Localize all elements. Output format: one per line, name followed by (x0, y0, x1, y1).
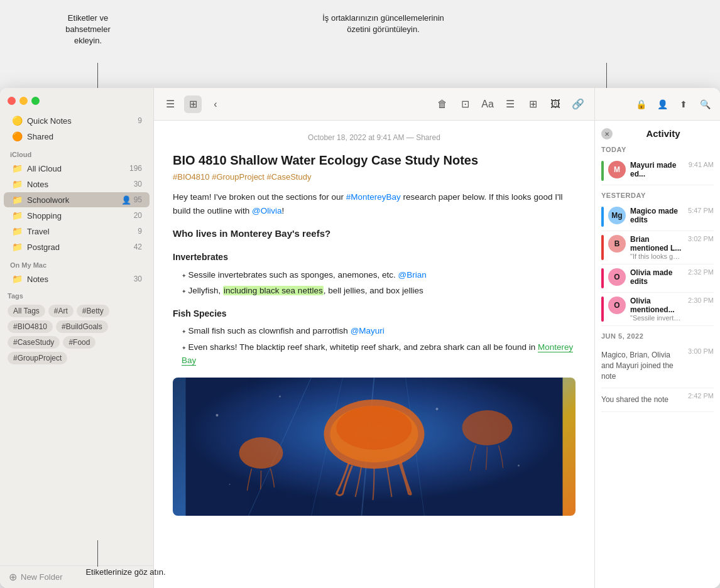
svg-point-13 (518, 464, 520, 466)
compose-button[interactable]: ⊡ (456, 95, 474, 113)
section-title-reefs: Who lives in Monterey Bay's reefs? (173, 226, 575, 241)
sidebar-item-all-icloud[interactable]: 📁 All iCloud 196 (4, 161, 150, 176)
folder-icon: 📁 (11, 178, 23, 190)
tag-buildgoals[interactable]: #BuildGoals (56, 320, 108, 333)
activity-content: ✕ Activity TODAY M Mayuri made ed... 9:4… (595, 121, 720, 588)
sidebar-item-shared[interactable]: 🟠 Shared (4, 129, 150, 144)
hashtag-montereybay[interactable]: #MontereyBay (346, 192, 401, 202)
profile-button[interactable]: 👤 (653, 95, 671, 113)
tag-art[interactable]: #Art (48, 305, 74, 317)
checklist-button[interactable]: ☰ (501, 95, 519, 113)
activity-time: 2:30 PM (688, 297, 714, 304)
activity-time: 3:00 PM (688, 347, 714, 355)
main-area: ☰ ⊞ ‹ 🗑 ⊡ Aa ☰ ⊞ 🖼 🔗 October 18, 2022 at… (154, 88, 594, 588)
sidebar-content: 🟡 Quick Notes 9 🟠 Shared iCloud 📁 All iC… (0, 110, 153, 565)
maximize-button[interactable] (31, 97, 40, 105)
delete-button[interactable]: 🗑 (434, 95, 451, 113)
hashtag-casestudy[interactable]: #CaseStudy (267, 172, 312, 182)
note-title[interactable]: BIO 4810 Shallow Water Ecology Case Stud… (173, 152, 575, 168)
activity-bar (601, 297, 604, 322)
sidebar-item-postgrad[interactable]: 📁 Postgrad 42 (4, 239, 150, 254)
svg-point-7 (337, 406, 412, 450)
sidebar-item-label: Quick Notes (27, 116, 138, 126)
new-folder-button[interactable]: ⊕ New Folder (0, 565, 153, 588)
activity-close-button[interactable]: ✕ (601, 128, 613, 139)
callout-activity: İş ortaklarınızın güncellemelerininözeti… (264, 13, 503, 35)
activity-item-brian[interactable]: B Brian mentioned L... "If this looks go… (601, 231, 714, 264)
sidebar-item-label: Schoolwork (27, 195, 121, 205)
mention-mayuri[interactable]: @Mayuri (351, 326, 385, 335)
toolbar: ☰ ⊞ ‹ 🗑 ⊡ Aa ☰ ⊞ 🖼 🔗 (154, 88, 594, 121)
tag-food[interactable]: #Food (63, 336, 95, 349)
activity-name: Mayuri made ed... (630, 161, 684, 178)
sidebar-item-schoolwork[interactable]: 📁 Schoolwork 👤 95 (4, 192, 150, 207)
shared-indicator: 👤 (121, 195, 131, 205)
list-item: Jellyfish, including black sea nettles, … (182, 284, 575, 298)
sidebar-item-label: Travel (27, 227, 138, 236)
sidebar-item-shopping[interactable]: 📁 Shopping 20 (4, 208, 150, 223)
subsection-fish: Fish Species (173, 307, 575, 320)
mention-brian[interactable]: @Brian (398, 270, 426, 280)
activity-name: Magico made edits (630, 207, 684, 224)
activity-sub: "If this looks good I'll... (630, 253, 684, 260)
activity-text: You shared the note (601, 392, 684, 408)
search-button[interactable]: 🔍 (696, 95, 714, 113)
lock-button[interactable]: 🔒 (632, 95, 650, 113)
note-hashtags[interactable]: #BIO4810 #GroupProject #CaseStudy (173, 172, 575, 182)
list-item: Even sharks! The blacktip reef shark, wh… (182, 340, 575, 368)
tag-betty[interactable]: #Betty (77, 305, 109, 317)
folder-icon: 📁 (11, 210, 23, 221)
activity-toolbar: 🔒 👤 ⬆ 🔍 (595, 88, 720, 121)
activity-time: 2:42 PM (688, 392, 714, 400)
grid-view-button[interactable]: ⊞ (184, 95, 202, 113)
list-item: Sessile invertebrates such as sponges, a… (182, 268, 575, 282)
callout-tags: Etiketler vebahsetmelerekleyin. (38, 13, 138, 47)
sidebar-item-travel[interactable]: 📁 Travel 9 (4, 224, 150, 239)
list-view-button[interactable]: ☰ (161, 95, 179, 113)
table-button[interactable]: ⊞ (524, 95, 542, 113)
activity-sub: "Sessile invertebrates... (630, 314, 684, 322)
tag-casestudy[interactable]: #CaseStudy (8, 336, 60, 349)
activity-item-magico[interactable]: Mg Magico made edits 5:47 PM (601, 203, 714, 231)
invertebrates-list: Sessile invertebrates such as sponges, a… (173, 268, 575, 298)
svg-point-8 (239, 437, 283, 469)
svg-point-10 (216, 414, 219, 416)
activity-item-olivia-edits[interactable]: O Olivia made edits 2:32 PM (601, 264, 714, 293)
minimize-button[interactable] (19, 97, 28, 105)
avatar-brian: B (608, 235, 626, 253)
activity-plain-text: Magico, Brian, Olivia and Mayuri joined … (601, 347, 684, 384)
yesterday-header: YESTERDAY (601, 192, 714, 199)
activity-text: Magico made edits (630, 207, 684, 224)
activity-bar (601, 207, 604, 227)
tag-bio4810[interactable]: #BIO4810 (8, 320, 53, 333)
link-monterey-bay[interactable]: Monterey Bay (182, 342, 573, 366)
tag-groupproject[interactable]: #GroupProject (8, 352, 67, 364)
hashtag-groupproject[interactable]: #GroupProject (212, 172, 266, 182)
hashtag-bio4810[interactable]: #BIO4810 (173, 172, 212, 182)
note-intro: Hey team! I've broken out the sections f… (173, 190, 575, 217)
activity-item-olivia-mention[interactable]: O Olivia mentioned... "Sessile invertebr… (601, 293, 714, 326)
sidebar-item-quick-notes[interactable]: 🟡 Quick Notes 9 (4, 113, 150, 128)
close-button[interactable] (8, 97, 16, 105)
tag-all-tags[interactable]: All Tags (8, 305, 45, 317)
folder-icon: 📁 (11, 241, 23, 253)
sidebar-item-notes-mac[interactable]: 📁 Notes 30 (4, 271, 150, 286)
activity-name: Brian mentioned L... (630, 235, 684, 253)
mention-olivia[interactable]: @Olivia (252, 206, 281, 215)
activity-item-mayuri-today[interactable]: M Mayuri made ed... 9:41 AM (601, 157, 714, 185)
activity-time: 2:32 PM (688, 268, 714, 276)
link-button[interactable]: 🔗 (569, 95, 587, 113)
format-button[interactable]: Aa (479, 95, 496, 113)
activity-name: Olivia mentioned... (630, 297, 684, 314)
sidebar-item-count: 42 (134, 242, 142, 251)
image-button[interactable]: 🖼 (547, 95, 564, 113)
sidebar-item-label: All iCloud (27, 164, 129, 173)
app-window: 🟡 Quick Notes 9 🟠 Shared iCloud 📁 All iC… (0, 88, 720, 588)
back-button[interactable]: ‹ (207, 95, 224, 113)
sidebar-item-notes-icloud[interactable]: 📁 Notes 30 (4, 177, 150, 192)
callout-line-tags-bottom (97, 540, 98, 567)
share-button[interactable]: ⬆ (675, 95, 692, 113)
activity-text: Brian mentioned L... "If this looks good… (630, 235, 684, 260)
sidebar-item-count: 30 (134, 180, 142, 188)
activity-plain-text: You shared the note (601, 392, 684, 408)
